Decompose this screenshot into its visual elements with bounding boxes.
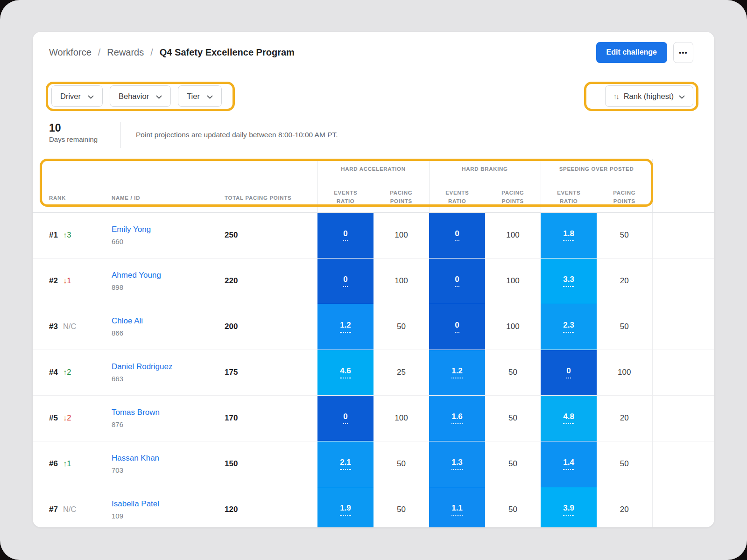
driver-name-link[interactable]: Chloe Ali	[112, 316, 143, 326]
events-ratio-cell: 1.6	[429, 395, 485, 441]
name-cell: Hassan Khan703	[111, 441, 224, 487]
events-ratio-cell: 2.3	[541, 304, 597, 350]
breadcrumb: Workforce / Rewards / Q4 Safety Excellen…	[49, 47, 295, 58]
events-ratio-value[interactable]: 1.6	[451, 412, 463, 424]
driver-name-link[interactable]: Ahmed Young	[112, 271, 161, 280]
rank-cell: #7N/C	[33, 487, 111, 527]
header-spacer	[652, 179, 714, 213]
rank-change-indicator: N/C	[63, 322, 76, 330]
events-ratio-value[interactable]: 1.2	[340, 321, 351, 333]
events-ratio-value[interactable]: 3.3	[563, 275, 574, 287]
events-ratio-cell: 0	[317, 395, 374, 441]
pacing-points-cell: 50	[374, 304, 429, 350]
table-row: #7N/CIsabella Patel1091201.9501.1503.920	[33, 487, 714, 527]
events-ratio-value[interactable]: 0	[566, 366, 571, 378]
name-cell: Chloe Ali866	[111, 304, 224, 350]
table-row: #1↑3Emily Yong660250010001001.850	[33, 212, 714, 258]
stats-row: 10 Days remaining Point projections are …	[33, 122, 714, 148]
rank-cell: #1↑3	[33, 212, 111, 258]
events-ratio-value[interactable]: 4.8	[563, 412, 574, 424]
column-header-rank: RANK	[33, 179, 111, 213]
driver-name-link[interactable]: Emily Yong	[112, 225, 151, 234]
driver-name-link[interactable]: Tomas Brown	[112, 408, 160, 417]
events-ratio-cell: 2.1	[317, 441, 374, 487]
events-ratio-cell: 1.3	[429, 441, 485, 487]
more-options-button[interactable]: •••	[673, 42, 693, 63]
events-ratio-cell: 0	[541, 350, 597, 395]
events-ratio-cell: 0	[317, 212, 374, 258]
breadcrumb-rewards[interactable]: Rewards	[107, 47, 144, 58]
events-ratio-value[interactable]: 1.4	[563, 458, 574, 470]
leaderboard-table: HARD ACCELERATION HARD BRAKING SPEEDING …	[33, 159, 714, 527]
header-actions: Edit challenge •••	[596, 42, 693, 63]
events-ratio-value[interactable]: 0	[455, 229, 459, 241]
tier-filter-dropdown[interactable]: Tier	[178, 85, 222, 107]
pacing-points-cell: 50	[485, 487, 541, 527]
empty-cell	[652, 350, 714, 395]
header-spacer	[652, 159, 714, 179]
events-ratio-value[interactable]: 2.1	[340, 458, 351, 470]
pacing-points-cell: 50	[485, 350, 541, 395]
events-ratio-value[interactable]: 1.2	[451, 366, 463, 378]
sort-dropdown[interactable]: ↑↓ Rank (highest)	[605, 85, 693, 107]
pacing-points-cell: 100	[485, 304, 541, 350]
filters-row: Driver Behavior Tier	[33, 85, 714, 107]
name-cell: Emily Yong660	[111, 212, 224, 258]
rank-cell: #2↓1	[33, 258, 111, 304]
pacing-points-cell: 50	[597, 441, 652, 487]
events-ratio-value[interactable]: 0	[455, 275, 459, 287]
events-ratio-cell: 0	[429, 212, 485, 258]
events-ratio-value[interactable]: 2.3	[563, 321, 574, 333]
breadcrumb-workforce[interactable]: Workforce	[49, 47, 92, 58]
empty-cell	[652, 304, 714, 350]
driver-name-link[interactable]: Daniel Rodriguez	[112, 362, 172, 371]
behavior-filter-dropdown[interactable]: Behavior	[110, 85, 171, 107]
table-row: #4↑2Daniel Rodriguez6631754.6251.2500100	[33, 350, 714, 395]
column-header-events-ratio: EVENTS RATIO	[317, 179, 374, 213]
rank-change-indicator: N/C	[63, 505, 76, 513]
events-ratio-value[interactable]: 0	[343, 275, 347, 287]
table-row: #3N/CChloe Ali8662001.25001002.350	[33, 304, 714, 350]
events-ratio-value[interactable]: 1.8	[563, 229, 574, 241]
events-ratio-value[interactable]: 0	[343, 412, 347, 424]
driver-filter-dropdown[interactable]: Driver	[51, 85, 103, 107]
table-row: #5↓2Tomas Brown87617001001.6504.820	[33, 395, 714, 441]
events-ratio-cell: 4.8	[541, 395, 597, 441]
total-pacing-points-cell: 200	[224, 304, 317, 350]
pacing-points-cell: 50	[485, 441, 541, 487]
pacing-points-cell: 50	[597, 304, 652, 350]
events-ratio-value[interactable]: 1.1	[451, 504, 463, 516]
events-ratio-value[interactable]: 0	[455, 321, 459, 333]
events-ratio-value[interactable]: 4.6	[340, 366, 351, 378]
pacing-points-cell: 20	[597, 395, 652, 441]
driver-name-link[interactable]: Isabella Patel	[112, 499, 159, 509]
events-ratio-cell: 0	[429, 304, 485, 350]
driver-name-link[interactable]: Hassan Khan	[112, 454, 159, 463]
events-ratio-cell: 1.2	[317, 304, 374, 350]
column-header-events-ratio: EVENTS RATIO	[541, 179, 597, 213]
total-pacing-points-cell: 120	[224, 487, 317, 527]
empty-cell	[652, 487, 714, 527]
pacing-points-cell: 100	[374, 258, 429, 304]
name-cell: Tomas Brown876	[111, 395, 224, 441]
edit-challenge-button[interactable]: Edit challenge	[596, 42, 667, 63]
rank-cell: #5↓2	[33, 395, 111, 441]
pacing-points-cell: 50	[374, 487, 429, 527]
events-ratio-cell: 0	[429, 258, 485, 304]
behavior-filter-label: Behavior	[119, 92, 149, 101]
rank-cell: #4↑2	[33, 350, 111, 395]
group-header-hard-braking: HARD BRAKING	[429, 159, 541, 179]
rank-change-indicator: ↑1	[63, 459, 71, 468]
total-pacing-points-cell: 250	[224, 212, 317, 258]
pacing-points-cell: 20	[597, 487, 652, 527]
events-ratio-value[interactable]: 1.3	[451, 458, 463, 470]
driver-id: 866	[112, 329, 224, 337]
total-pacing-points-cell: 220	[224, 258, 317, 304]
table-header: HARD ACCELERATION HARD BRAKING SPEEDING …	[33, 159, 714, 212]
events-ratio-value[interactable]: 3.9	[563, 504, 574, 516]
column-header-pacing-points: PACING POINTS	[597, 179, 652, 213]
events-ratio-value[interactable]: 0	[343, 229, 347, 241]
events-ratio-value[interactable]: 1.9	[340, 504, 351, 516]
table-row: #2↓1Ahmed Young898220010001003.320	[33, 258, 714, 304]
rank-value: #7	[49, 505, 58, 514]
